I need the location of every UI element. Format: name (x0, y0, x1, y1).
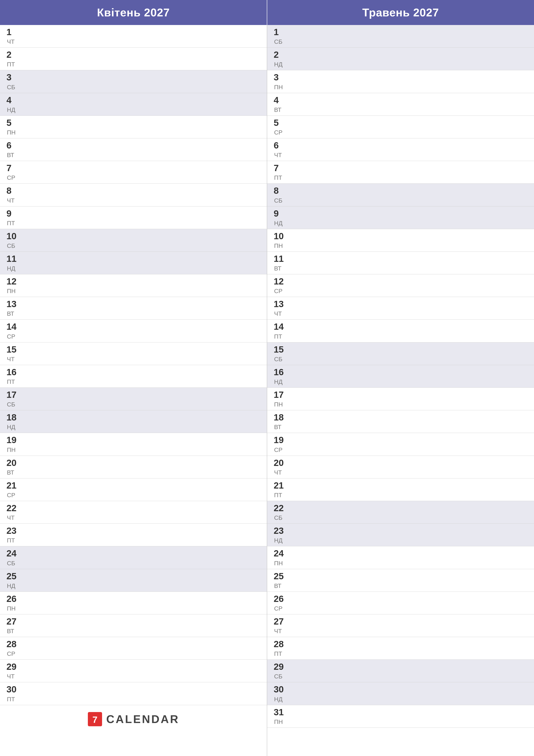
day-name: СБ (274, 673, 289, 680)
day-name: ПТ (274, 492, 289, 499)
day-name: ВТ (7, 152, 21, 159)
day-number: 7 (274, 163, 289, 173)
may-day-7: 7ПТ (267, 161, 534, 184)
day-name: СР (274, 446, 289, 453)
day-number: 24 (274, 549, 289, 558)
day-number: 16 (7, 367, 21, 377)
may-day-25: 25ВТ (267, 569, 534, 592)
day-number: 22 (274, 503, 289, 513)
footer-logo-area: 7CALENDAR (0, 705, 267, 733)
may-day-15: 15СБ (267, 342, 534, 365)
april-day-6: 6ВТ (0, 138, 267, 161)
day-number: 10 (7, 231, 21, 241)
day-name: НД (7, 582, 21, 589)
day-number: 9 (274, 209, 289, 219)
day-name: НД (7, 106, 21, 113)
day-name: СБ (7, 560, 21, 567)
day-name: ЧТ (274, 152, 289, 159)
day-number: 19 (274, 435, 289, 445)
day-number: 2 (7, 50, 21, 60)
day-name: СБ (274, 514, 289, 521)
april-day-23: 23ПТ (0, 524, 267, 546)
day-name: СБ (274, 356, 289, 363)
day-number: 18 (7, 413, 21, 422)
day-number: 17 (7, 390, 21, 400)
may-day-26: 26СР (267, 592, 534, 614)
day-number: 14 (7, 322, 21, 332)
may-day-8: 8СБ (267, 184, 534, 206)
day-name: СР (7, 333, 21, 340)
day-name: ВТ (274, 582, 289, 589)
day-number: 11 (274, 254, 289, 264)
may-day-20: 20ЧТ (267, 456, 534, 478)
day-name: НД (274, 61, 289, 68)
may-header: Травень 2027 (267, 0, 534, 25)
day-name: ЧТ (7, 514, 21, 521)
april-day-11: 11НД (0, 252, 267, 274)
day-name: НД (274, 537, 289, 544)
april-day-8: 8ЧТ (0, 184, 267, 206)
day-number: 25 (274, 571, 289, 581)
day-number: 13 (274, 299, 289, 309)
day-name: ВТ (7, 469, 21, 476)
april-day-2: 2ПТ (0, 48, 267, 70)
may-day-3: 3ПН (267, 70, 534, 93)
may-day-29: 29СБ (267, 660, 534, 682)
day-number: 11 (7, 254, 21, 264)
april-day-14: 14СР (0, 320, 267, 342)
april-day-19: 19ПН (0, 433, 267, 456)
day-number: 29 (274, 662, 289, 672)
day-number: 26 (7, 594, 21, 604)
day-number: 10 (274, 231, 289, 241)
may-day-6: 6ЧТ (267, 138, 534, 161)
day-number: 12 (7, 277, 21, 286)
april-day-1: 1ЧТ (0, 25, 267, 48)
day-number: 5 (274, 118, 289, 128)
day-number: 24 (7, 549, 21, 558)
day-number: 16 (274, 367, 289, 377)
may-day-11: 11ВТ (267, 252, 534, 274)
day-name: ПТ (274, 650, 289, 657)
day-number: 4 (7, 95, 21, 105)
april-day-3: 3СБ (0, 70, 267, 93)
day-number: 3 (274, 72, 289, 82)
day-number: 28 (7, 639, 21, 649)
day-name: ПТ (7, 378, 21, 385)
april-day-16: 16ПТ (0, 365, 267, 388)
day-name: СР (7, 174, 21, 181)
april-day-4: 4НД (0, 93, 267, 116)
day-name: ЧТ (7, 39, 21, 45)
may-day-16: 16НД (267, 365, 534, 388)
day-name: СР (274, 129, 289, 136)
day-name: НД (7, 424, 21, 431)
day-number: 8 (7, 186, 21, 196)
day-number: 25 (7, 571, 21, 581)
day-number: 30 (274, 685, 289, 694)
day-name: СР (7, 650, 21, 657)
may-day-22: 22СБ (267, 501, 534, 524)
april-day-18: 18НД (0, 410, 267, 433)
day-name: ЧТ (274, 469, 289, 476)
may-day-28: 28ПТ (267, 637, 534, 660)
day-number: 1 (7, 27, 21, 37)
day-number: 12 (274, 277, 289, 286)
may-day-18: 18ВТ (267, 410, 534, 433)
day-number: 23 (274, 526, 289, 536)
day-number: 27 (7, 617, 21, 627)
may-day-23: 23НД (267, 524, 534, 546)
calendar-container: Квітень 2027 Травень 2027 1ЧТ2ПТ3СБ4НД5П… (0, 0, 534, 756)
day-number: 20 (274, 458, 289, 468)
may-day-17: 17ПН (267, 388, 534, 410)
may-day-24: 24ПН (267, 546, 534, 569)
april-day-9: 9ПТ (0, 206, 267, 229)
may-day-5: 5СР (267, 116, 534, 138)
april-day-20: 20ВТ (0, 456, 267, 478)
may-day-30: 30НД (267, 682, 534, 705)
may-day-12: 12СР (267, 274, 534, 297)
day-name: ВТ (274, 106, 289, 113)
day-number: 5 (7, 118, 21, 128)
may-day-31: 31ПН (267, 705, 534, 728)
day-name: ПН (7, 605, 21, 612)
day-number: 29 (7, 662, 21, 672)
day-number: 6 (7, 141, 21, 150)
